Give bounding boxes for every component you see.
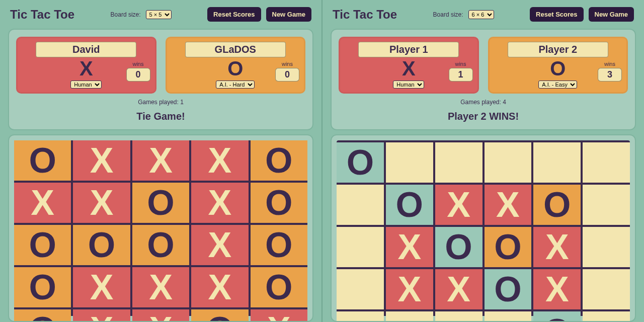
board-cell[interactable]: X	[73, 309, 130, 322]
board-cell[interactable]: X	[191, 140, 248, 181]
board-size-select[interactable]: 6 × 6	[468, 10, 494, 19]
player-o-type-select[interactable]: A.I. - Easy	[538, 80, 577, 89]
topbar: Tic Tac Toe Board size: 6 × 6 Reset Scor…	[323, 0, 644, 25]
board-cell[interactable]: O	[132, 183, 189, 223]
board-cell[interactable]: X	[132, 309, 189, 322]
board-cell[interactable]	[583, 227, 630, 267]
board-cell[interactable]: O	[14, 140, 71, 181]
player-o-type-select[interactable]: A.I. - Hard	[216, 80, 255, 89]
board-cell[interactable]	[337, 185, 384, 225]
wins-value: 3	[598, 68, 622, 82]
player-x-wins: wins 0	[126, 61, 150, 82]
new-game-button[interactable]: New Game	[589, 7, 634, 22]
player-o-name-input[interactable]	[508, 42, 608, 57]
board-cell[interactable]	[386, 142, 433, 183]
player-x-type-select[interactable]: Human	[70, 80, 102, 89]
board-cell[interactable]	[583, 185, 630, 225]
board-cell[interactable]: O	[191, 309, 248, 322]
player-card-x: X Human wins 1	[339, 37, 479, 94]
board-cell[interactable]: O	[73, 225, 130, 265]
wins-label: wins	[275, 61, 299, 67]
board-cell[interactable]: O	[386, 185, 433, 225]
board-cell[interactable]	[485, 311, 532, 322]
board-cell[interactable]: O	[14, 267, 71, 307]
board-panel: OXXXOXXOXOOOOXOOXXXOOXXOX	[8, 134, 313, 322]
board-cell[interactable]	[533, 142, 581, 183]
board-cell[interactable]: X	[73, 183, 130, 223]
player-o-mark: O	[227, 58, 243, 78]
board-cell[interactable]: X	[386, 269, 433, 309]
board-cell[interactable]	[485, 142, 532, 183]
topbar: Tic Tac Toe Board size: 5 × 5 Reset Scor…	[0, 0, 321, 25]
player-x-name-input[interactable]	[36, 42, 136, 57]
board-panel: OOXXOXOOXXXOXO	[331, 134, 636, 322]
reset-scores-button[interactable]: Reset Scores	[207, 7, 261, 22]
player-card-x: X Human wins 0	[16, 37, 156, 94]
board-cell[interactable]: O	[337, 142, 384, 183]
board-size-select[interactable]: 5 × 5	[146, 10, 172, 19]
board-cell[interactable]	[337, 311, 384, 322]
board-cell[interactable]	[337, 227, 384, 267]
board-cell[interactable]	[386, 311, 433, 322]
player-o-wins: wins 3	[598, 61, 622, 82]
board-size-label: Board size:	[433, 11, 463, 18]
player-x-mark: X	[402, 58, 416, 78]
player-x-type-select[interactable]: Human	[393, 80, 424, 89]
new-game-button[interactable]: New Game	[266, 7, 311, 22]
board-cell[interactable]	[583, 269, 630, 309]
player-card-o: O A.I. - Easy wins 3	[488, 37, 628, 94]
players-panel: X Human wins 1 O A.I. - Easy wins 3 Game…	[331, 29, 636, 130]
board-cell[interactable]: O	[251, 267, 307, 307]
board-cell[interactable]: X	[533, 269, 581, 309]
app-instance-left: Tic Tac Toe Board size: 5 × 5 Reset Scor…	[0, 0, 321, 322]
board-cell[interactable]: X	[191, 267, 248, 307]
player-x-mark: X	[79, 58, 93, 78]
board-cell[interactable]	[435, 311, 482, 322]
wins-value: 0	[126, 68, 150, 82]
game-status: Player 2 WINS!	[339, 111, 628, 122]
board-cell[interactable]: O	[485, 269, 532, 309]
board-cell[interactable]: X	[191, 225, 248, 265]
board-cell[interactable]: O	[132, 225, 189, 265]
board-cell[interactable]: O	[533, 311, 581, 322]
wins-value: 0	[275, 68, 299, 82]
player-o-mark: O	[550, 58, 566, 78]
board-cell[interactable]	[337, 269, 384, 309]
board-cell[interactable]	[583, 142, 630, 183]
players-row: X Human wins 0 O A.I. - Hard wins 0	[16, 37, 305, 94]
board-cell[interactable]: X	[435, 185, 482, 225]
players-panel: X Human wins 0 O A.I. - Hard wins 0 Game…	[8, 29, 313, 130]
board-cell[interactable]: X	[251, 309, 307, 322]
board-cell[interactable]: X	[132, 267, 189, 307]
board-cell[interactable]: X	[73, 267, 130, 307]
games-played: Games played: 4	[339, 99, 628, 106]
board-cell[interactable]: O	[435, 227, 482, 267]
board-cell[interactable]: O	[251, 183, 307, 223]
game-board: OOXXOXOOXXXOXO	[337, 140, 630, 316]
board-cell[interactable]: X	[435, 269, 482, 309]
board-cell[interactable]: X	[485, 185, 532, 225]
board-cell[interactable]: O	[251, 140, 307, 181]
board-cell[interactable]: O	[533, 185, 581, 225]
board-cell[interactable]: O	[14, 309, 71, 322]
board-cell[interactable]: O	[14, 225, 71, 265]
board-cell[interactable]	[435, 142, 482, 183]
wins-label: wins	[126, 61, 150, 67]
player-o-wins: wins 0	[275, 61, 299, 82]
board-cell[interactable]: X	[386, 227, 433, 267]
page-title: Tic Tac Toe	[10, 8, 74, 22]
board-cell[interactable]: O	[251, 225, 307, 265]
board-cell[interactable]	[583, 311, 630, 322]
board-cell[interactable]: O	[485, 227, 532, 267]
board-cell[interactable]: X	[533, 227, 581, 267]
games-played: Games played: 1	[16, 99, 305, 106]
player-o-name-input[interactable]	[185, 42, 286, 57]
board-cell[interactable]: X	[132, 140, 189, 181]
reset-scores-button[interactable]: Reset Scores	[530, 7, 583, 22]
board-cell[interactable]: X	[73, 140, 130, 181]
player-x-name-input[interactable]	[358, 42, 459, 57]
board-cell[interactable]: X	[14, 183, 71, 223]
player-x-wins: wins 1	[449, 61, 473, 82]
app-instance-right: Tic Tac Toe Board size: 6 × 6 Reset Scor…	[321, 0, 644, 322]
board-cell[interactable]: X	[191, 183, 248, 223]
